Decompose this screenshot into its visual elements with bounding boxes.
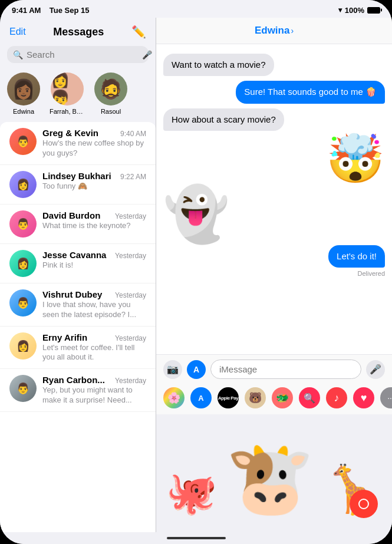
chat-header: Edwina › bbox=[156, 18, 392, 44]
msg-name-jesse: Jesse Cavanna bbox=[42, 250, 106, 260]
chat-messages: Want to watch a movie? Sure! That sounds… bbox=[156, 44, 392, 354]
message-item-ryan[interactable]: 👨 Ryan Carbon... Yesterday Yep, but you … bbox=[0, 369, 156, 412]
time: 9:41 AM bbox=[12, 6, 41, 15]
ghost-sticker: 👻 bbox=[163, 187, 229, 240]
contact-edwina[interactable]: 👩🏾 Edwina bbox=[7, 72, 40, 115]
memoji-sticker-area: 🐙 🐮 🦒 bbox=[156, 414, 392, 532]
contact-name-edwina: Edwina bbox=[13, 108, 34, 115]
message-content-greg: Greg & Kevin 9:40 AM How's the new coffe… bbox=[42, 128, 146, 159]
ipad-device: 9:41 AM Tue Sep 15 ▾ 100% Edit Messages … bbox=[0, 0, 392, 544]
heart-button[interactable]: ♥ bbox=[353, 387, 374, 408]
battery-percent: 100% bbox=[345, 6, 364, 15]
appstore-button[interactable]: A bbox=[187, 360, 206, 379]
emoji2-button[interactable]: 🐲 bbox=[272, 387, 293, 408]
message-item-erny[interactable]: 👩 Erny Arifin Yesterday Let's meet for c… bbox=[0, 327, 156, 370]
record-button[interactable] bbox=[350, 490, 378, 518]
message-item-david[interactable]: 👨 David Burdon Yesterday What time is th… bbox=[0, 205, 156, 244]
home-indicator bbox=[0, 532, 392, 544]
contact-name-farrah: Farrah, Brya... bbox=[50, 108, 85, 115]
avatar-jesse: 👩 bbox=[9, 250, 37, 277]
message-input[interactable] bbox=[210, 360, 361, 379]
bubble-received-2: How about a scary movie? bbox=[163, 108, 284, 131]
appstore-app-button[interactable]: A bbox=[190, 387, 212, 408]
bubble-sent-1: Sure! That sounds good to me 🍿 bbox=[236, 81, 385, 103]
music-button[interactable]: ♪ bbox=[326, 387, 347, 408]
input-area: 📷 A 🎤 🌸 A Apple Pay 🐻 🐲 🔍 ♪ ♥ ··· bbox=[156, 354, 392, 414]
msg-time-erny: Yesterday bbox=[115, 334, 146, 342]
battery-fill bbox=[368, 8, 380, 13]
camera-button[interactable]: 📷 bbox=[163, 360, 182, 379]
contact-name-rasoul: Rasoul bbox=[101, 108, 121, 115]
message-list: 👨 Greg & Kevin 9:40 AM How's the new cof… bbox=[0, 122, 156, 532]
emoji-sticker-memoji: 🤯 bbox=[326, 136, 385, 183]
msg-name-lindsey: Lindsey Bukhari bbox=[42, 171, 111, 181]
avatar-erny: 👩 bbox=[9, 332, 37, 360]
message-item-vishrut[interactable]: 👨 Vishrut Dubey Yesterday I love that sh… bbox=[0, 283, 156, 327]
compose-button[interactable]: ✏️ bbox=[131, 25, 146, 39]
msg-time-jesse: Yesterday bbox=[115, 252, 146, 260]
status-time-date: 9:41 AM Tue Sep 15 bbox=[12, 6, 90, 15]
message-content-ryan: Ryan Carbon... Yesterday Yep, but you mi… bbox=[42, 375, 146, 405]
message-item-lindsey[interactable]: 👩 Lindsey Bukhari 9:22 AM Too funny 🙈 bbox=[0, 165, 156, 205]
msg-time-vishrut: Yesterday bbox=[115, 291, 146, 299]
msg-name-ryan: Ryan Carbon... bbox=[42, 375, 105, 385]
avatar-greg: 👨 bbox=[9, 128, 37, 155]
search-app-button[interactable]: 🔍 bbox=[299, 387, 320, 408]
left-header: Edit Messages ✏️ bbox=[0, 18, 156, 44]
main-content: Edit Messages ✏️ 🔍 🎤 👩🏾 Edwina bbox=[0, 18, 392, 532]
avatar-farrah: 👩👦 bbox=[51, 72, 84, 105]
msg-time-lindsey: 9:22 AM bbox=[120, 173, 146, 181]
date: Tue Sep 15 bbox=[50, 6, 90, 15]
msg-time-ryan: Yesterday bbox=[115, 377, 146, 385]
msg-preview-greg: How's the new coffee shop by you guys? bbox=[42, 139, 146, 159]
chevron-icon: › bbox=[291, 26, 294, 35]
message-item-jesse[interactable]: 👩 Jesse Cavanna Yesterday Pink it is! bbox=[0, 244, 156, 283]
message-content-lindsey: Lindsey Bukhari 9:22 AM Too funny 🙈 bbox=[42, 171, 146, 192]
mic-icon: 🎤 bbox=[142, 50, 152, 60]
contact-farrah[interactable]: 👩👦 Farrah, Brya... bbox=[50, 72, 85, 115]
avatar-david: 👨 bbox=[9, 210, 37, 238]
search-icon: 🔍 bbox=[13, 50, 23, 60]
applepay-button[interactable]: Apple Pay bbox=[218, 387, 239, 408]
search-input[interactable] bbox=[27, 50, 139, 60]
search-bar[interactable]: 🔍 🎤 bbox=[7, 46, 149, 63]
avatar-rasoul: 🧔 bbox=[94, 72, 127, 105]
msg-preview-erny: Let's meet for coffee. I'll tell you all… bbox=[42, 343, 146, 363]
more-button[interactable]: ··· bbox=[380, 387, 392, 408]
msg-time-greg: 9:40 AM bbox=[120, 130, 146, 138]
status-bar: 9:41 AM Tue Sep 15 ▾ 100% bbox=[0, 0, 392, 18]
messages-title: Messages bbox=[53, 26, 104, 38]
app-bar: 🌸 A Apple Pay 🐻 🐲 🔍 ♪ ♥ ··· bbox=[156, 384, 392, 414]
msg-name-greg: Greg & Kevin bbox=[42, 128, 98, 138]
input-row: 📷 A 🎤 bbox=[156, 355, 392, 384]
message-content-david: David Burdon Yesterday What time is the … bbox=[42, 210, 146, 231]
right-panel: Edwina › Want to watch a movie? Sure! Th… bbox=[156, 18, 392, 532]
home-bar bbox=[167, 537, 226, 539]
octopus-sticker: 🐙 bbox=[166, 472, 217, 513]
msg-name-erny: Erny Arifin bbox=[42, 332, 87, 342]
msg-name-david: David Burdon bbox=[42, 210, 100, 220]
battery-icon bbox=[367, 7, 380, 14]
pinned-contacts: 👩🏾 Edwina 👩👦 Farrah, Brya... 🧔 Rasoul bbox=[0, 68, 156, 122]
message-content-jesse: Jesse Cavanna Yesterday Pink it is! bbox=[42, 250, 146, 271]
contact-rasoul[interactable]: 🧔 Rasoul bbox=[94, 72, 127, 115]
cow-sticker: 🐮 bbox=[226, 443, 314, 513]
status-right-icons: ▾ 100% bbox=[338, 6, 380, 15]
edit-button[interactable]: Edit bbox=[9, 27, 26, 37]
msg-preview-vishrut: I love that show, have you seen the late… bbox=[42, 300, 146, 320]
photos-app-button[interactable]: 🌸 bbox=[163, 387, 185, 408]
chat-contact-name[interactable]: Edwina bbox=[255, 25, 290, 37]
wifi-icon: ▾ bbox=[338, 6, 342, 14]
message-item-greg[interactable]: 👨 Greg & Kevin 9:40 AM How's the new cof… bbox=[0, 122, 156, 165]
msg-time-david: Yesterday bbox=[115, 212, 146, 220]
audio-button[interactable]: 🎤 bbox=[366, 360, 385, 379]
memoji-button[interactable]: 🐻 bbox=[245, 387, 266, 408]
msg-name-vishrut: Vishrut Dubey bbox=[42, 289, 102, 299]
avatar-vishrut: 👨 bbox=[9, 289, 37, 316]
record-inner bbox=[358, 499, 369, 509]
avatar-ryan: 👨 bbox=[9, 375, 37, 402]
message-content-erny: Erny Arifin Yesterday Let's meet for cof… bbox=[42, 332, 146, 363]
msg-preview-ryan: Yep, but you might want to make it a sur… bbox=[42, 385, 146, 405]
message-content-vishrut: Vishrut Dubey Yesterday I love that show… bbox=[42, 289, 146, 320]
delivered-label: Delivered bbox=[358, 270, 385, 277]
